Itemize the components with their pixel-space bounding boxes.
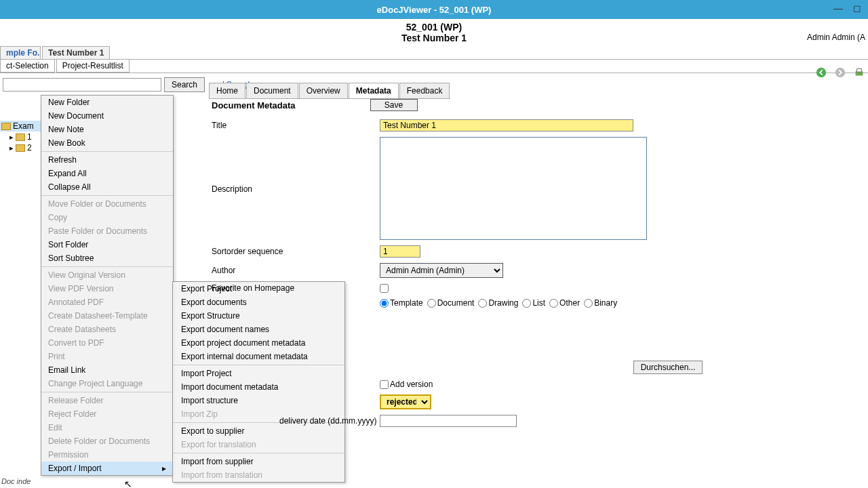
menu-expand-all[interactable]: Expand All: [41, 167, 173, 180]
search-button[interactable]: Search: [164, 77, 205, 92]
radio-drawing[interactable]: Drawing: [478, 298, 518, 308]
author-label: Author: [212, 266, 380, 275]
svg-rect-3: [856, 69, 861, 73]
subtitle-code: 52_001 (WP): [0, 22, 868, 33]
radio-list[interactable]: List: [522, 298, 545, 308]
menu-refresh[interactable]: Refresh: [41, 153, 173, 167]
minimize-icon[interactable]: —: [831, 3, 845, 14]
menu-view-pdf: View PDF Version: [41, 282, 173, 296]
description-label: Description: [212, 137, 380, 194]
docindex-footer: Doc inde: [1, 477, 31, 485]
sub-import-supplier[interactable]: Import from supplier: [173, 455, 344, 468]
radio-document[interactable]: Document: [427, 298, 475, 308]
folder-icon: [1, 123, 11, 130]
folder-icon: [16, 144, 25, 152]
context-menu: New Folder New Document New Note New Boo…: [41, 95, 174, 476]
menu-move-folder: Move Folder or Documents: [41, 197, 173, 211]
favorite-checkbox[interactable]: [380, 284, 389, 293]
menu-reject-folder: Reject Folder: [41, 407, 173, 421]
menu-sort-subtree[interactable]: Sort Subtree: [41, 251, 173, 265]
radio-template[interactable]: Template: [380, 298, 423, 308]
search-input[interactable]: [3, 78, 161, 92]
top-tab-test[interactable]: Test Number 1: [42, 46, 110, 59]
window-title: eDocJViewer - 52_001 (WP): [377, 5, 492, 15]
menu-collapse-all[interactable]: Collapse All: [41, 180, 173, 194]
tab-metadata[interactable]: Metadata: [349, 83, 399, 98]
radio-other[interactable]: Other: [549, 298, 580, 308]
author-select[interactable]: Admin Admin (Admin): [380, 263, 503, 278]
tree-root[interactable]: Exam: [0, 121, 41, 131]
menu-email-link[interactable]: Email Link: [41, 363, 173, 377]
tab-feedback[interactable]: Feedback: [399, 83, 450, 98]
title-input[interactable]: [380, 119, 633, 131]
menu-edit: Edit: [41, 421, 173, 434]
menu-print: Print: [41, 350, 173, 363]
top-tab-example[interactable]: mple Fo...: [0, 46, 41, 59]
menu-new-folder[interactable]: New Folder: [41, 96, 173, 109]
tab-home[interactable]: Home: [209, 83, 245, 98]
menu-view-original: View Original Version: [41, 268, 173, 282]
save-button[interactable]: Save: [370, 99, 418, 111]
tab-overview[interactable]: Overview: [299, 83, 348, 98]
maximize-icon[interactable]: ◻: [850, 3, 864, 14]
panel-title: Document Metadata: [212, 100, 296, 110]
date-label: delivery date (dd.mm.yyyy): [212, 416, 380, 426]
menu-release-folder: Release Folder: [41, 394, 173, 407]
menu-export-import[interactable]: Export / Import: [41, 462, 173, 475]
menu-paste-folder: Paste Folder or Documents: [41, 224, 173, 238]
state-select[interactable]: rejected: [380, 394, 431, 409]
description-textarea[interactable]: [380, 137, 647, 240]
folder-icon: [16, 134, 25, 141]
date-input[interactable]: [380, 415, 517, 427]
add-version-checkbox[interactable]: Add version: [380, 380, 433, 389]
radio-binary[interactable]: Binary: [584, 298, 617, 308]
tree-item-1[interactable]: ▸1: [0, 131, 41, 142]
tree-item-2[interactable]: ▸2: [0, 142, 41, 153]
menu-delete-folder: Delete Folder or Documents: [41, 434, 173, 448]
sortorder-input[interactable]: [380, 245, 420, 258]
menu-new-document[interactable]: New Document: [41, 109, 173, 123]
menu-annotated-pdf: Annotated PDF: [41, 296, 173, 309]
menu-new-book[interactable]: New Book: [41, 136, 173, 150]
user-label: Admin Admin (A: [807, 33, 865, 42]
menu-convert-pdf: Convert to PDF: [41, 336, 173, 350]
sub-export-trans: Export for translation: [173, 438, 344, 451]
menu-sort-folder[interactable]: Sort Folder: [41, 238, 173, 251]
menu-copy: Copy: [41, 211, 173, 224]
tab-document[interactable]: Document: [246, 83, 298, 98]
menu-create-dst: Create Datasheet-Template: [41, 309, 173, 323]
subtitle-name: Test Number 1: [0, 33, 868, 43]
menu-create-ds: Create Datasheets: [41, 323, 173, 336]
sortorder-label: Sortorder sequence: [212, 247, 380, 256]
menu-change-lang: Change Project Language: [41, 377, 173, 390]
menu-permission: Permission: [41, 448, 173, 462]
subtab-selection[interactable]: ct-Selection: [0, 60, 55, 73]
subtab-resultlist[interactable]: Project-Resultlist: [56, 60, 130, 73]
browse-button[interactable]: Durchsuchen...: [633, 361, 703, 374]
menu-new-note[interactable]: New Note: [41, 123, 173, 136]
favorite-label: Favorite on Homepage: [212, 283, 380, 293]
title-label: Title: [212, 121, 380, 130]
sub-import-trans: Import from translation: [173, 468, 344, 482]
cursor-icon: ↖: [124, 479, 132, 488]
